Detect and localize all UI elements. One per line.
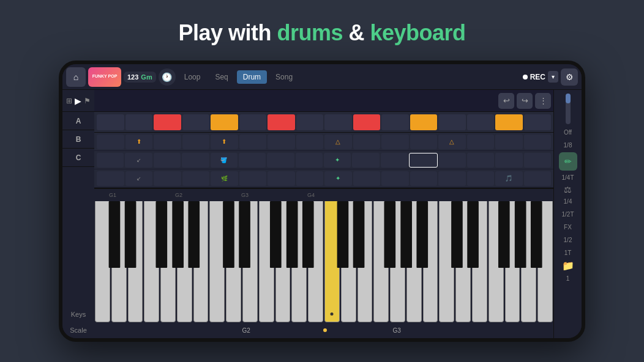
cell-c-6[interactable] — [268, 171, 295, 186]
pad-13[interactable] — [467, 114, 495, 130]
scroll-bar[interactable] — [566, 94, 571, 124]
cell-c-1[interactable]: ↙ — [125, 171, 153, 186]
metronome-button[interactable]: 🕐 — [159, 68, 176, 86]
pad-5[interactable] — [239, 114, 267, 130]
wk-28[interactable] — [537, 201, 553, 322]
wk-8[interactable] — [209, 201, 225, 322]
sliders-button[interactable]: ⚖ — [564, 185, 572, 194]
song-button[interactable]: Song — [269, 70, 299, 84]
cell-c-12[interactable] — [438, 171, 466, 186]
cell-b-15[interactable] — [524, 153, 551, 168]
pad-10[interactable] — [381, 114, 409, 130]
cell-b-6[interactable] — [267, 153, 294, 168]
wk-24[interactable] — [472, 201, 487, 322]
cell-c-13[interactable] — [467, 171, 495, 186]
cell-c-3[interactable] — [182, 171, 210, 186]
cell-a-14[interactable] — [495, 135, 523, 149]
cell-a-9[interactable] — [353, 135, 381, 149]
pad-2[interactable] — [154, 114, 181, 130]
cell-b-selected[interactable] — [409, 153, 437, 168]
off-button[interactable]: Off — [556, 127, 580, 138]
wk-27[interactable] — [521, 201, 536, 322]
cell-c-14[interactable]: 🎵 — [495, 171, 523, 186]
q1-4t-button[interactable]: 1/4T — [556, 172, 580, 183]
wk-3[interactable] — [128, 201, 143, 322]
pad-7[interactable] — [296, 114, 324, 130]
drum-button[interactable]: Drum — [237, 70, 267, 84]
song-thumbnail[interactable]: FUNKY POP — [88, 67, 121, 87]
wk-20[interactable] — [406, 201, 422, 322]
home-button[interactable]: ⌂ — [66, 67, 86, 87]
cell-b-9[interactable] — [352, 153, 379, 168]
cell-b-10[interactable] — [381, 153, 408, 168]
cell-c-2[interactable] — [154, 171, 181, 186]
cell-a-13[interactable] — [467, 135, 495, 149]
pad-12[interactable] — [438, 114, 466, 130]
cell-b-1[interactable]: ↙ — [125, 153, 152, 168]
q1t-button[interactable]: 1T — [556, 247, 580, 259]
pad-0[interactable] — [97, 114, 124, 130]
cell-b-0[interactable] — [97, 153, 124, 168]
cell-c-15[interactable] — [524, 171, 552, 186]
wk-13[interactable] — [291, 201, 307, 322]
redo-button[interactable]: ↪ — [517, 93, 533, 109]
cell-b-4[interactable]: 🪣 — [211, 153, 238, 168]
loop-button[interactable]: Loop — [178, 70, 207, 84]
cell-c-4[interactable]: 🌿 — [211, 171, 238, 186]
more-button[interactable]: ⋮ — [535, 93, 551, 109]
wk-14[interactable] — [308, 201, 323, 322]
cell-b-7[interactable] — [296, 153, 323, 168]
cell-c-8[interactable]: ✦ — [324, 171, 352, 186]
wk-23[interactable] — [455, 201, 471, 322]
q1-8-button[interactable]: 1/8 — [556, 139, 580, 151]
wk-25[interactable] — [489, 201, 504, 322]
wk-16[interactable] — [341, 201, 356, 322]
dropdown-button[interactable]: ▾ — [548, 71, 558, 83]
wk-1[interactable] — [95, 201, 110, 322]
cell-a-11[interactable] — [410, 135, 438, 149]
rec-label[interactable]: REC — [530, 73, 545, 81]
wk-17[interactable] — [358, 201, 373, 322]
wk-6[interactable] — [177, 201, 192, 322]
pad-3[interactable] — [182, 114, 210, 130]
cell-a-0[interactable] — [97, 135, 124, 149]
cell-b-14[interactable] — [495, 153, 522, 168]
cell-a-8[interactable]: △ — [324, 135, 352, 149]
cell-c-10[interactable] — [381, 171, 409, 186]
cell-c-9[interactable] — [353, 171, 381, 186]
bpm-key-display[interactable]: 123 Gm — [124, 72, 156, 83]
wk-10[interactable] — [242, 201, 258, 322]
cell-b-3[interactable] — [182, 153, 209, 168]
pad-14[interactable] — [495, 114, 523, 130]
cell-a-4[interactable]: ⬆ — [211, 135, 238, 149]
fx-button[interactable]: FX — [556, 221, 580, 233]
wk-15-highlighted[interactable] — [324, 201, 340, 322]
cell-a-1[interactable]: ⬆ — [125, 135, 153, 149]
pad-6[interactable] — [268, 114, 295, 130]
cell-a-6[interactable] — [268, 135, 295, 149]
pad-11[interactable] — [410, 114, 438, 130]
wk-18[interactable] — [373, 201, 389, 322]
pad-15[interactable] — [524, 114, 552, 130]
flag-icon[interactable]: ⚑ — [84, 97, 91, 105]
cell-a-12[interactable]: △ — [438, 135, 466, 149]
pad-9[interactable] — [353, 114, 381, 130]
wk-5[interactable] — [160, 201, 176, 322]
grid-icon[interactable]: ⊞ — [66, 97, 72, 105]
cell-c-0[interactable] — [97, 171, 124, 186]
cell-c-11[interactable] — [410, 171, 438, 186]
undo-button[interactable]: ↩ — [498, 93, 514, 109]
q1-button[interactable]: 1 — [556, 273, 580, 284]
cell-b-13[interactable] — [467, 153, 494, 168]
wk-21[interactable] — [423, 201, 438, 322]
wk-22[interactable] — [439, 201, 454, 322]
q1-4-button[interactable]: 1/4 — [556, 196, 580, 207]
cell-c-7[interactable] — [296, 171, 324, 186]
play-button[interactable]: ▶ — [75, 96, 81, 106]
pad-4[interactable] — [211, 114, 238, 130]
cell-a-3[interactable] — [182, 135, 210, 149]
cell-b-12[interactable] — [439, 153, 466, 168]
wk-9[interactable] — [226, 201, 241, 322]
cell-b-8[interactable]: ✦ — [324, 153, 351, 168]
cell-a-10[interactable] — [381, 135, 409, 149]
